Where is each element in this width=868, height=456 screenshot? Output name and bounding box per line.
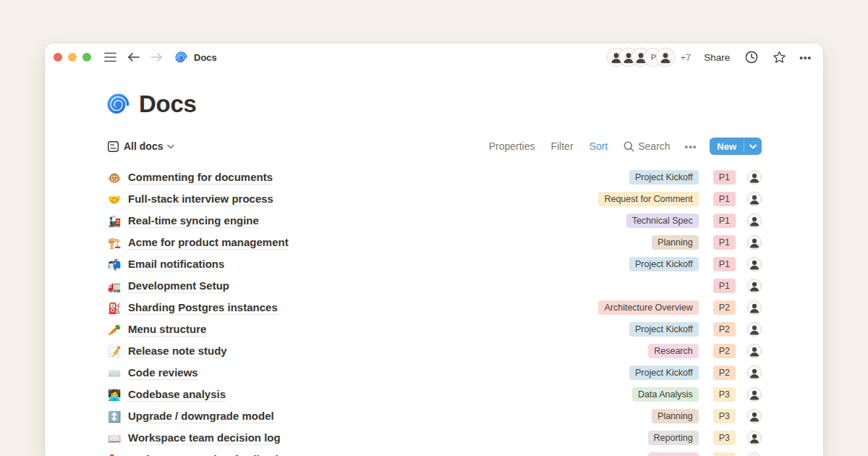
doc-priority-badge[interactable]: P3 — [713, 409, 736, 423]
doc-tag[interactable]: Planning — [652, 409, 699, 423]
new-doc-split-button[interactable]: New — [710, 138, 762, 155]
doc-emoji-icon: 📝 — [107, 346, 122, 357]
doc-list-item[interactable]: 🥕 Menu structure Project Kickoff P2 — [107, 318, 762, 340]
share-button[interactable]: Share — [704, 52, 730, 63]
filter-button[interactable]: Filter — [550, 140, 573, 152]
doc-priority-badge[interactable]: P1 — [713, 170, 736, 185]
doc-list-item[interactable]: 🚂 Real-time syncing engine Technical Spe… — [107, 210, 762, 232]
doc-title[interactable]: Menu structure — [128, 323, 206, 337]
doc-assignee-avatar[interactable] — [747, 235, 762, 250]
favorite-star-icon[interactable] — [772, 50, 786, 64]
doc-priority-badge[interactable]: P1 — [713, 214, 736, 228]
view-more-options-icon[interactable]: ••• — [685, 141, 697, 152]
doc-assignee-avatar[interactable] — [747, 452, 762, 456]
history-clock-icon[interactable] — [744, 50, 759, 64]
doc-title[interactable]: Email notifications — [128, 258, 224, 271]
doc-title[interactable]: Full-stack interview process — [128, 193, 273, 206]
more-options-icon[interactable]: ••• — [799, 52, 812, 63]
doc-tag[interactable]: Project Kickoff — [629, 257, 699, 271]
doc-list-item[interactable]: 📬 Email notifications Project Kickoff P1 — [107, 253, 762, 275]
doc-tag[interactable]: Request for Comment — [598, 192, 698, 206]
doc-title[interactable]: Code reviews — [128, 366, 198, 380]
doc-title[interactable]: Development Setup — [128, 279, 229, 293]
properties-button[interactable]: Properties — [489, 140, 535, 152]
new-doc-dropdown-button[interactable] — [744, 138, 762, 155]
doc-list-item[interactable]: 🚛 Development Setup P1 — [107, 275, 762, 297]
avatar-overflow-count[interactable]: +7 — [680, 52, 691, 63]
doc-assignee-avatar[interactable] — [747, 214, 762, 228]
sidebar-menu-icon[interactable] — [103, 50, 117, 64]
doc-emoji-icon: 🤝 — [107, 194, 122, 205]
doc-assignee-avatar[interactable] — [747, 366, 762, 380]
doc-assignee-avatar[interactable] — [747, 431, 762, 445]
doc-tag[interactable]: Project Kickoff — [629, 366, 699, 380]
doc-priority-badge[interactable]: P1 — [713, 257, 736, 271]
doc-title[interactable]: Acme for product management — [128, 236, 289, 250]
doc-tag[interactable]: Research — [648, 452, 699, 456]
doc-assignee-avatar[interactable] — [747, 387, 762, 402]
doc-title[interactable]: Upgrade / downgrade model — [128, 410, 274, 423]
doc-priority-badge[interactable]: P2 — [713, 344, 736, 358]
doc-title[interactable]: Workspace team decision log — [128, 431, 281, 445]
doc-tag[interactable]: Technical Spec — [626, 214, 699, 228]
doc-list-item[interactable]: ⛽ Sharding Postgres instances Architectu… — [107, 297, 762, 318]
doc-list-item[interactable]: 🐵 Commenting for documents Project Kicko… — [107, 166, 762, 188]
doc-list-item[interactable]: ⌨️ Code reviews Project Kickoff P2 — [107, 362, 762, 384]
doc-tag[interactable]: Reporting — [648, 431, 699, 445]
view-switcher[interactable]: All docs — [107, 140, 174, 153]
doc-list-item[interactable]: 🦜 Performance review feedback Research P… — [107, 449, 762, 456]
back-arrow-icon[interactable] — [126, 50, 140, 64]
new-doc-button[interactable]: New — [710, 138, 744, 155]
search-button[interactable]: Search — [624, 140, 670, 152]
doc-assignee-avatar[interactable] — [747, 344, 762, 358]
doc-list-item[interactable]: 📝 Release note study Research P2 — [107, 340, 762, 362]
doc-assignee-avatar[interactable] — [747, 279, 762, 293]
chevron-down-icon — [167, 144, 174, 149]
doc-assignee-avatar[interactable] — [747, 409, 762, 423]
doc-title[interactable]: Codebase analysis — [128, 388, 226, 402]
traffic-lights — [54, 53, 91, 62]
forward-arrow-icon[interactable] — [149, 50, 163, 64]
doc-emoji-icon: 🚛 — [107, 281, 122, 292]
doc-tag[interactable]: Planning — [652, 235, 699, 250]
page-title: Docs — [139, 90, 197, 118]
doc-list-item[interactable]: 👩‍💻 Codebase analysis Data Analysis P3 — [107, 384, 762, 405]
doc-tag[interactable]: Architecture Overview — [598, 300, 698, 315]
doc-priority-badge[interactable]: P1 — [713, 192, 736, 206]
doc-title[interactable]: Performance review feedback — [128, 453, 281, 456]
doc-list-item[interactable]: 🤝 Full-stack interview process Request f… — [107, 188, 762, 210]
doc-assignee-avatar[interactable] — [747, 257, 762, 271]
doc-tag[interactable]: Data Analysis — [632, 387, 699, 402]
doc-priority-badge[interactable]: P2 — [713, 322, 736, 337]
doc-title[interactable]: Release note study — [128, 345, 227, 358]
close-window-button[interactable] — [54, 53, 62, 62]
doc-list-item[interactable]: ↕️ Upgrade / downgrade model Planning P3 — [107, 405, 762, 427]
doc-priority-badge[interactable]: P2 — [713, 300, 736, 315]
minimize-window-button[interactable] — [68, 53, 77, 62]
sort-button[interactable]: Sort — [590, 140, 608, 152]
doc-assignee-avatar[interactable] — [747, 322, 762, 337]
zoom-window-button[interactable] — [82, 53, 91, 62]
doc-list-icon — [107, 140, 119, 153]
doc-priority-badge[interactable]: P3 — [713, 431, 736, 445]
doc-title[interactable]: Commenting for documents — [128, 171, 273, 185]
doc-emoji-icon: ↕️ — [107, 411, 122, 422]
doc-emoji-icon: 📖 — [107, 433, 122, 444]
doc-assignee-avatar[interactable] — [747, 192, 762, 206]
doc-tag[interactable]: Project Kickoff — [629, 170, 699, 185]
doc-priority-badge[interactable]: P1 — [713, 279, 736, 293]
doc-priority-badge[interactable]: P3 — [713, 387, 736, 402]
doc-assignee-avatar[interactable] — [747, 300, 762, 315]
doc-tag[interactable]: Project Kickoff — [629, 322, 699, 337]
doc-list-item[interactable]: 📖 Workspace team decision log Reporting … — [107, 427, 762, 449]
collaborator-avatar-stack[interactable]: P — [608, 48, 674, 66]
doc-title[interactable]: Sharding Postgres instances — [128, 301, 278, 315]
doc-title[interactable]: Real-time syncing engine — [128, 214, 259, 228]
doc-assignee-avatar[interactable] — [747, 170, 762, 185]
doc-tag[interactable]: Research — [648, 344, 699, 358]
doc-priority-badge[interactable]: P1 — [713, 235, 736, 250]
doc-list-item[interactable]: 🏗️ Acme for product management Planning … — [107, 232, 762, 253]
doc-priority-badge[interactable]: P2 — [713, 366, 736, 380]
doc-priority-badge[interactable]: P3 — [713, 452, 736, 456]
collaborator-avatar[interactable] — [657, 48, 674, 66]
